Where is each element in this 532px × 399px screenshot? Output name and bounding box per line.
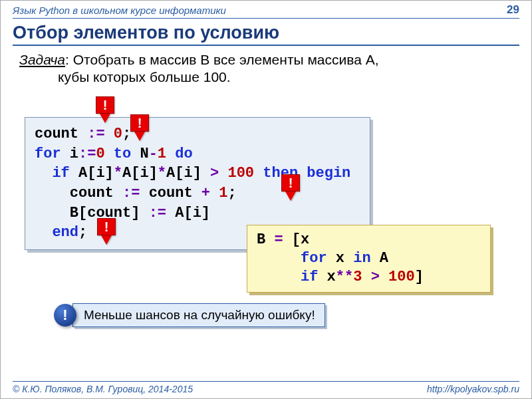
pascal-line-5: B[count] := A[i] bbox=[35, 203, 360, 223]
course-title: Язык Python в школьном курсе информатики bbox=[13, 5, 226, 16]
warning-icon: ! bbox=[130, 114, 150, 141]
slide-title: Отбор элементов по условию bbox=[1, 23, 531, 45]
python-line-1: B = [x bbox=[257, 231, 481, 249]
footer-rule bbox=[13, 381, 519, 382]
callout: ! Меньше шансов на случайную ошибку! bbox=[54, 303, 325, 327]
warning-icon: ! bbox=[96, 96, 116, 123]
warning-icon: ! bbox=[97, 218, 117, 245]
python-line-2: for x in A bbox=[257, 249, 481, 268]
header-rule bbox=[13, 18, 519, 19]
footer-url: http://kpolyakov.spb.ru bbox=[427, 384, 519, 394]
task-label: Задача bbox=[19, 52, 65, 67]
pascal-line-2: for i:=0 to N-1 do bbox=[35, 144, 360, 164]
pascal-line-4: count := count + 1; bbox=[35, 184, 360, 203]
title-rule bbox=[13, 45, 519, 46]
warning-icon: ! bbox=[281, 174, 301, 201]
task-line1: : Отобрать в массив B все элементы масси… bbox=[65, 52, 379, 67]
page-number: 29 bbox=[507, 3, 519, 17]
task-line2: кубы которых больше 100. bbox=[19, 68, 505, 86]
pascal-line-1: count := 0; bbox=[35, 124, 360, 144]
callout-text: Меньше шансов на случайную ошибку! bbox=[72, 303, 325, 327]
copyright: © К.Ю. Поляков, В.М. Гуровиц, 2014-2015 bbox=[13, 384, 193, 394]
info-badge-icon: ! bbox=[54, 304, 76, 327]
slide: Язык Python в школьном курсе информатики… bbox=[0, 0, 532, 399]
python-code: B = [x for x in A if x**3 > 100] bbox=[247, 225, 491, 293]
pascal-line-3: if A[i]*A[i]*A[i] > 100 then begin bbox=[35, 164, 360, 184]
footer: © К.Ю. Поляков, В.М. Гуровиц, 2014-2015 … bbox=[1, 381, 531, 394]
header: Язык Python в школьном курсе информатики… bbox=[1, 1, 531, 17]
task-text: Задача: Отобрать в массив B все элементы… bbox=[1, 51, 531, 86]
python-line-3: if x**3 > 100] bbox=[257, 268, 481, 287]
